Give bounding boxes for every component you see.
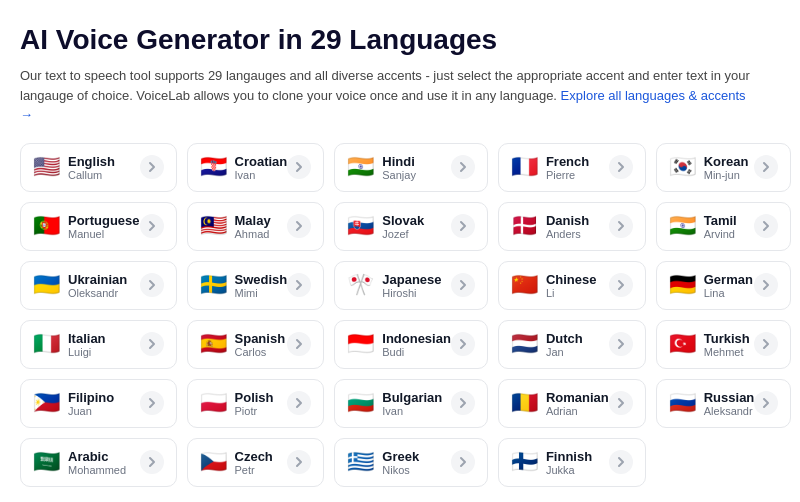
- arrow-button[interactable]: [287, 214, 311, 238]
- arrow-button[interactable]: [140, 332, 164, 356]
- arrow-button[interactable]: [754, 214, 778, 238]
- lang-voice: Callum: [68, 169, 115, 181]
- arrow-button[interactable]: [609, 332, 633, 356]
- lang-voice: Jan: [546, 346, 583, 358]
- language-card[interactable]: 🇭🇷 Croatian Ivan: [187, 143, 325, 192]
- arrow-button[interactable]: [609, 391, 633, 415]
- lang-name: Spanish: [235, 331, 286, 346]
- lang-left: 🇪🇸 Spanish Carlos: [200, 331, 286, 358]
- lang-name: Russian: [704, 390, 755, 405]
- arrow-button[interactable]: [609, 214, 633, 238]
- chevron-right-icon: [615, 456, 627, 468]
- language-card[interactable]: 🇸🇪 Swedish Mimi: [187, 261, 325, 310]
- arrow-button[interactable]: [754, 155, 778, 179]
- arrow-button[interactable]: [140, 273, 164, 297]
- language-card[interactable]: 🇲🇾 Malay Ahmad: [187, 202, 325, 251]
- chevron-right-icon: [615, 397, 627, 409]
- language-card[interactable]: 🇬🇷 Greek Nikos: [334, 438, 488, 487]
- lang-left: 🇺🇸 English Callum: [33, 154, 115, 181]
- lang-voice: Nikos: [382, 464, 419, 476]
- language-card[interactable]: 🇨🇿 Czech Petr: [187, 438, 325, 487]
- lang-info: Czech Petr: [235, 449, 273, 476]
- chevron-right-icon: [760, 338, 772, 350]
- chevron-right-icon: [457, 397, 469, 409]
- arrow-button[interactable]: [754, 332, 778, 356]
- language-card[interactable]: 🇸🇦 Arabic Mohammed: [20, 438, 177, 487]
- arrow-button[interactable]: [287, 273, 311, 297]
- language-card[interactable]: 🇵🇭 Filipino Juan: [20, 379, 177, 428]
- lang-info: Portuguese Manuel: [68, 213, 140, 240]
- flag-icon: 🇹🇷: [669, 333, 696, 355]
- lang-voice: Anders: [546, 228, 589, 240]
- arrow-button[interactable]: [287, 332, 311, 356]
- lang-name: Portuguese: [68, 213, 140, 228]
- flag-icon: 🇭🇷: [200, 156, 227, 178]
- language-card[interactable]: 🇮🇩 Indonesian Budi: [334, 320, 488, 369]
- language-card[interactable]: 🇷🇺 Russian Aleksandr: [656, 379, 792, 428]
- language-card[interactable]: 🇧🇬 Bulgarian Ivan: [334, 379, 488, 428]
- language-card[interactable]: 🇨🇳 Chinese Li: [498, 261, 646, 310]
- arrow-button[interactable]: [140, 450, 164, 474]
- arrow-button[interactable]: [451, 332, 475, 356]
- language-card[interactable]: 🎌 Japanese Hiroshi: [334, 261, 488, 310]
- chevron-right-icon: [293, 397, 305, 409]
- lang-voice: Mehmet: [704, 346, 750, 358]
- arrow-button[interactable]: [754, 273, 778, 297]
- lang-name: Korean: [704, 154, 749, 169]
- language-card[interactable]: 🇮🇳 Tamil Arvind: [656, 202, 792, 251]
- arrow-button[interactable]: [287, 450, 311, 474]
- arrow-button[interactable]: [140, 214, 164, 238]
- flag-icon: 🇵🇹: [33, 215, 60, 237]
- arrow-button[interactable]: [754, 391, 778, 415]
- language-card[interactable]: 🇵🇱 Polish Piotr: [187, 379, 325, 428]
- arrow-button[interactable]: [140, 391, 164, 415]
- language-card[interactable]: 🇪🇸 Spanish Carlos: [187, 320, 325, 369]
- arrow-button[interactable]: [451, 155, 475, 179]
- language-card[interactable]: 🇩🇰 Danish Anders: [498, 202, 646, 251]
- arrow-button[interactable]: [140, 155, 164, 179]
- lang-info: Malay Ahmad: [235, 213, 271, 240]
- lang-info: Finnish Jukka: [546, 449, 592, 476]
- arrow-button[interactable]: [287, 155, 311, 179]
- language-card[interactable]: 🇮🇹 Italian Luigi: [20, 320, 177, 369]
- arrow-button[interactable]: [609, 155, 633, 179]
- lang-left: 🇮🇩 Indonesian Budi: [347, 331, 451, 358]
- lang-name: Japanese: [382, 272, 441, 287]
- lang-voice: Mohammed: [68, 464, 126, 476]
- language-card[interactable]: 🇸🇰 Slovak Jozef: [334, 202, 488, 251]
- language-card[interactable]: 🇺🇸 English Callum: [20, 143, 177, 192]
- lang-left: 🇩🇪 German Lina: [669, 272, 753, 299]
- language-card[interactable]: 🇷🇴 Romanian Adrian: [498, 379, 646, 428]
- language-card[interactable]: 🇹🇷 Turkish Mehmet: [656, 320, 792, 369]
- arrow-button[interactable]: [287, 391, 311, 415]
- arrow-button[interactable]: [451, 214, 475, 238]
- lang-left: 🇲🇾 Malay Ahmad: [200, 213, 271, 240]
- lang-voice: Aleksandr: [704, 405, 755, 417]
- language-card[interactable]: 🇫🇮 Finnish Jukka: [498, 438, 646, 487]
- arrow-button[interactable]: [609, 450, 633, 474]
- language-card[interactable]: 🇮🇳 Hindi Sanjay: [334, 143, 488, 192]
- lang-info: Polish Piotr: [235, 390, 274, 417]
- language-card[interactable]: 🇩🇪 German Lina: [656, 261, 792, 310]
- arrow-button[interactable]: [609, 273, 633, 297]
- lang-name: Swedish: [235, 272, 288, 287]
- language-card[interactable]: 🇵🇹 Portuguese Manuel: [20, 202, 177, 251]
- arrow-button[interactable]: [451, 391, 475, 415]
- lang-voice: Adrian: [546, 405, 609, 417]
- lang-voice: Luigi: [68, 346, 106, 358]
- chevron-right-icon: [293, 338, 305, 350]
- lang-left: 🇨🇿 Czech Petr: [200, 449, 273, 476]
- language-card[interactable]: 🇫🇷 French Pierre: [498, 143, 646, 192]
- lang-name: Malay: [235, 213, 271, 228]
- arrow-button[interactable]: [451, 450, 475, 474]
- language-card[interactable]: 🇺🇦 Ukrainian Oleksandr: [20, 261, 177, 310]
- chevron-right-icon: [293, 161, 305, 173]
- chevron-right-icon: [615, 161, 627, 173]
- lang-left: 🇰🇷 Korean Min-jun: [669, 154, 749, 181]
- language-card[interactable]: 🇰🇷 Korean Min-jun: [656, 143, 792, 192]
- arrow-button[interactable]: [451, 273, 475, 297]
- lang-info: Romanian Adrian: [546, 390, 609, 417]
- flag-icon: 🇸🇰: [347, 215, 374, 237]
- lang-left: 🇸🇪 Swedish Mimi: [200, 272, 288, 299]
- language-card[interactable]: 🇳🇱 Dutch Jan: [498, 320, 646, 369]
